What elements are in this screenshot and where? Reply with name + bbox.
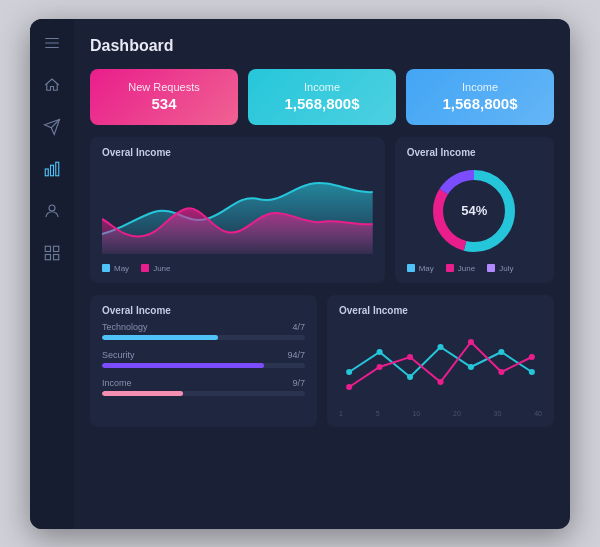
stat-label-new-requests: New Requests — [128, 81, 200, 93]
stat-card-income-2: Income 1,568,800$ — [406, 69, 554, 125]
svg-point-28 — [468, 339, 474, 345]
bar-label-technology: Technology — [102, 322, 148, 332]
svg-point-23 — [529, 369, 535, 375]
donut-legend-dot-june — [446, 264, 454, 272]
dashboard: Dashboard New Requests 534 Income 1,568,… — [30, 19, 570, 529]
svg-rect-6 — [51, 165, 54, 176]
bar-value-income: 9/7 — [292, 378, 305, 388]
grid-icon[interactable] — [42, 243, 62, 263]
user-icon[interactable] — [42, 201, 62, 221]
charts-row: Overal Income — [90, 137, 554, 283]
bar-value-technology: 4/7 — [292, 322, 305, 332]
svg-point-18 — [377, 349, 383, 355]
donut-legend-item-may: May — [407, 264, 434, 273]
send-icon[interactable] — [42, 117, 62, 137]
bar-fill-income — [102, 391, 183, 396]
x-axis-labels: 1 5 10 20 30 40 — [339, 410, 542, 417]
stat-value-income-2: 1,568,800$ — [442, 95, 517, 112]
stat-card-income-1: Income 1,568,800$ — [248, 69, 396, 125]
svg-rect-11 — [45, 254, 50, 259]
donut-chart-legend: May June July — [407, 264, 542, 273]
chart-icon[interactable] — [42, 159, 62, 179]
bar-value-security: 94/7 — [287, 350, 305, 360]
area-chart-area — [102, 164, 373, 258]
stat-card-new-requests: New Requests 534 — [90, 69, 238, 125]
svg-rect-5 — [45, 169, 48, 176]
svg-point-25 — [377, 364, 383, 370]
legend-item-june: June — [141, 264, 170, 273]
svg-rect-10 — [54, 246, 59, 251]
x-label-0: 1 — [339, 410, 343, 417]
line-chart-card: Overal Income — [327, 295, 554, 427]
x-label-2: 10 — [412, 410, 420, 417]
legend-label-may: May — [114, 264, 129, 273]
legend-dot-june — [141, 264, 149, 272]
home-icon[interactable] — [42, 75, 62, 95]
donut-legend-item-june: June — [446, 264, 475, 273]
svg-rect-12 — [54, 254, 59, 259]
legend-dot-may — [102, 264, 110, 272]
svg-point-27 — [437, 379, 443, 385]
bar-item-security: Security 94/7 — [102, 350, 305, 368]
x-label-1: 5 — [376, 410, 380, 417]
legend-item-may: May — [102, 264, 129, 273]
svg-rect-9 — [45, 246, 50, 251]
area-chart-svg — [102, 164, 373, 254]
x-label-4: 30 — [494, 410, 502, 417]
x-label-3: 20 — [453, 410, 461, 417]
stat-label-income-1: Income — [304, 81, 340, 93]
donut-wrapper: 54% — [407, 164, 542, 258]
line-chart-title: Overal Income — [339, 305, 542, 316]
legend-label-june: June — [153, 264, 170, 273]
line-chart-svg — [339, 322, 542, 402]
bar-fill-security — [102, 363, 264, 368]
area-chart-title: Overal Income — [102, 147, 373, 158]
svg-point-19 — [407, 374, 413, 380]
svg-point-17 — [346, 369, 352, 375]
svg-point-8 — [49, 205, 55, 211]
bar-fill-technology — [102, 335, 218, 340]
sidebar — [30, 19, 74, 529]
main-content: Dashboard New Requests 534 Income 1,568,… — [74, 19, 570, 529]
donut-chart-card: Overal Income 54% — [395, 137, 554, 283]
stat-value-income-1: 1,568,800$ — [284, 95, 359, 112]
stat-label-income-2: Income — [462, 81, 498, 93]
page-title: Dashboard — [90, 37, 554, 55]
line-chart-area — [339, 322, 542, 406]
donut-legend-label-july: July — [499, 264, 513, 273]
stats-row: New Requests 534 Income 1,568,800$ Incom… — [90, 69, 554, 125]
donut-legend-dot-july — [487, 264, 495, 272]
donut-legend-dot-may — [407, 264, 415, 272]
svg-point-26 — [407, 354, 413, 360]
svg-rect-7 — [56, 162, 59, 176]
donut-chart-title: Overal Income — [407, 147, 542, 158]
area-chart-legend: May June — [102, 264, 373, 273]
bar-label-income: Income — [102, 378, 132, 388]
bar-track-security — [102, 363, 305, 368]
svg-point-21 — [468, 364, 474, 370]
menu-icon[interactable] — [42, 33, 62, 53]
svg-point-30 — [529, 354, 535, 360]
svg-point-24 — [346, 384, 352, 390]
bar-track-income — [102, 391, 305, 396]
bar-item-income: Income 9/7 — [102, 378, 305, 396]
donut-percent-label: 54% — [461, 203, 487, 218]
bottom-row: Overal Income Technology 4/7 Security 94… — [90, 295, 554, 427]
bar-track-technology — [102, 335, 305, 340]
bar-list-card: Overal Income Technology 4/7 Security 94… — [90, 295, 317, 427]
bar-item-technology: Technology 4/7 — [102, 322, 305, 340]
bar-list-title: Overal Income — [102, 305, 305, 316]
stat-value-new-requests: 534 — [151, 95, 176, 112]
donut-legend-label-may: May — [419, 264, 434, 273]
donut-legend-label-june: June — [458, 264, 475, 273]
bar-label-security: Security — [102, 350, 135, 360]
svg-point-22 — [498, 349, 504, 355]
svg-point-29 — [498, 369, 504, 375]
area-chart-card: Overal Income — [90, 137, 385, 283]
svg-point-20 — [437, 344, 443, 350]
x-label-5: 40 — [534, 410, 542, 417]
donut-legend-item-july: July — [487, 264, 513, 273]
